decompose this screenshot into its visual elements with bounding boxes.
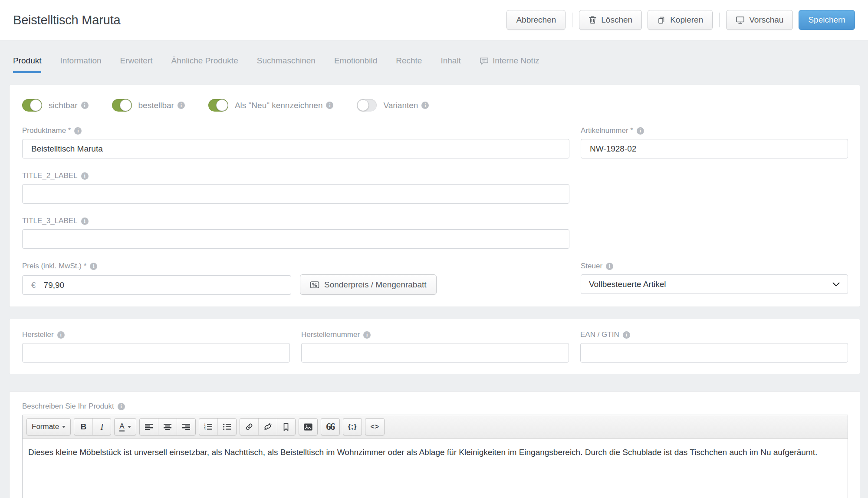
toggle-bestellbar[interactable] bbox=[112, 99, 132, 112]
unlink-icon bbox=[263, 422, 272, 431]
tab-emotionbild[interactable]: Emotionbild bbox=[334, 56, 377, 73]
title3-input[interactable] bbox=[22, 229, 569, 249]
ean-label: EAN / GTIN bbox=[580, 330, 848, 339]
manufacturer-number-input[interactable] bbox=[301, 343, 569, 363]
ean-input[interactable] bbox=[580, 343, 848, 363]
page-title: Beistelltisch Maruta bbox=[13, 13, 120, 27]
price-value-input[interactable] bbox=[44, 280, 282, 290]
italic-button[interactable]: I bbox=[92, 419, 111, 435]
toggle-group-neu: Als "Neu" kennzeichnen bbox=[208, 99, 334, 112]
image-icon bbox=[304, 423, 312, 431]
toggle-knob bbox=[216, 99, 228, 111]
bullet-list-button[interactable] bbox=[217, 419, 236, 435]
info-icon[interactable] bbox=[81, 172, 89, 180]
bold-button[interactable]: B bbox=[74, 419, 92, 435]
article-number-input[interactable] bbox=[581, 139, 848, 158]
toolbar-group-image bbox=[299, 418, 318, 435]
info-icon[interactable] bbox=[57, 331, 65, 339]
divider bbox=[572, 13, 572, 27]
product-card: sichtbar bestellbar Als "Neu" kennzeichn… bbox=[9, 85, 860, 307]
toolbar-group-formats: Formate bbox=[26, 418, 71, 435]
toggle-knob bbox=[120, 99, 132, 111]
toggle-als-neu[interactable] bbox=[208, 99, 228, 112]
info-icon[interactable] bbox=[118, 403, 125, 410]
info-icon[interactable] bbox=[606, 263, 613, 270]
product-name-input[interactable] bbox=[22, 139, 569, 158]
info-icon[interactable] bbox=[326, 102, 333, 109]
align-right-button[interactable] bbox=[177, 419, 195, 435]
toolbar-group-lists: 1 2 3 bbox=[199, 418, 237, 435]
toggle-varianten[interactable] bbox=[357, 99, 377, 112]
text-color-button[interactable]: A bbox=[115, 419, 135, 435]
content-area: sichtbar bestellbar Als "Neu" kennzeichn… bbox=[0, 73, 868, 498]
remove-link-button[interactable] bbox=[258, 419, 277, 435]
tab-information[interactable]: Information bbox=[60, 56, 101, 73]
preview-button[interactable]: Vorschau bbox=[726, 10, 793, 30]
description-card: Beschreiben Sie Ihr Produkt Formate B I bbox=[9, 391, 860, 498]
tab-bar: Produkt Information Erweitert Ähnliche P… bbox=[0, 40, 868, 73]
chevron-down-icon bbox=[832, 282, 840, 287]
preview-button-label: Vorschau bbox=[749, 15, 783, 25]
label-text: Hersteller bbox=[22, 330, 54, 339]
note-bubble-icon bbox=[480, 57, 489, 65]
label-text: Preis (inkl. MwSt.) * bbox=[22, 262, 86, 270]
formats-dropdown[interactable]: Formate bbox=[27, 419, 70, 435]
caret-down-icon bbox=[128, 426, 131, 428]
toolbar-group-quote: 66 bbox=[321, 418, 340, 435]
align-center-button[interactable] bbox=[158, 419, 177, 435]
toggles-row: sichtbar bestellbar Als "Neu" kennzeichn… bbox=[22, 99, 848, 112]
blockquote-button[interactable]: 66 bbox=[321, 419, 339, 435]
info-icon[interactable] bbox=[81, 102, 89, 109]
percent-tag-icon bbox=[310, 281, 319, 289]
info-icon[interactable] bbox=[81, 218, 89, 225]
anchor-button[interactable] bbox=[277, 419, 295, 435]
info-icon[interactable] bbox=[90, 263, 97, 270]
tab-produkt[interactable]: Produkt bbox=[13, 56, 41, 73]
info-icon[interactable] bbox=[178, 102, 185, 109]
delete-button-label: Löschen bbox=[601, 15, 632, 25]
divider bbox=[719, 13, 720, 27]
rich-text-editor: Formate B I A bbox=[22, 415, 848, 498]
text-color-label: A bbox=[119, 422, 124, 432]
manufacturer-input[interactable] bbox=[22, 343, 290, 363]
product-edit-page: Beistelltisch Maruta Abbrechen Löschen K… bbox=[0, 0, 868, 498]
info-icon[interactable] bbox=[637, 127, 644, 135]
special-price-button-label: Sonderpreis / Mengenrabatt bbox=[324, 280, 427, 290]
toggle-sichtbar[interactable] bbox=[22, 99, 42, 112]
tab-erweitert[interactable]: Erweitert bbox=[120, 56, 153, 73]
tab-inhalt[interactable]: Inhalt bbox=[441, 56, 460, 73]
tab-interne-notiz[interactable]: Interne Notiz bbox=[480, 56, 539, 73]
price-input[interactable]: € bbox=[22, 275, 291, 295]
manufacturer-card: Hersteller Herstellernummer EAN / GTIN bbox=[9, 319, 860, 374]
toolbar-group-text-style: B I bbox=[74, 418, 111, 435]
align-left-button[interactable] bbox=[140, 419, 158, 435]
title2-input[interactable] bbox=[22, 184, 569, 204]
source-code-button[interactable]: <> bbox=[365, 419, 384, 435]
tab-rechte[interactable]: Rechte bbox=[396, 56, 422, 73]
copy-button[interactable]: Kopieren bbox=[648, 10, 713, 30]
description-label: Beschreiben Sie Ihr Produkt bbox=[22, 402, 848, 411]
save-button[interactable]: Speichern bbox=[799, 10, 855, 30]
info-icon[interactable] bbox=[421, 102, 429, 109]
insert-link-button[interactable] bbox=[240, 419, 258, 435]
info-icon[interactable] bbox=[623, 331, 630, 339]
info-icon[interactable] bbox=[363, 331, 371, 339]
tax-select[interactable]: Vollbesteuerte Artikel bbox=[581, 274, 848, 294]
link-icon bbox=[245, 422, 253, 431]
delete-button[interactable]: Löschen bbox=[579, 10, 642, 30]
header-actions: Abbrechen Löschen Kopieren Vorsch bbox=[506, 10, 855, 30]
label-text: TITLE_2_LABEL bbox=[22, 171, 78, 180]
cancel-button[interactable]: Abbrechen bbox=[506, 10, 566, 30]
tab-label: Interne Notiz bbox=[493, 56, 539, 66]
info-icon[interactable] bbox=[74, 127, 82, 135]
ordered-list-button[interactable]: 1 2 3 bbox=[199, 419, 217, 435]
code-sample-button[interactable]: {;} bbox=[343, 419, 362, 435]
insert-image-button[interactable] bbox=[299, 419, 317, 435]
toggle-group-bestellbar: bestellbar bbox=[112, 99, 185, 112]
tab-suchmaschinen[interactable]: Suchmaschinen bbox=[257, 56, 316, 73]
description-text-area[interactable]: Dieses kleine Möbelstück ist unversell e… bbox=[23, 439, 848, 466]
tab-aehnliche-produkte[interactable]: Ähnliche Produkte bbox=[171, 56, 238, 73]
currency-symbol: € bbox=[31, 280, 36, 290]
special-price-button[interactable]: Sonderpreis / Mengenrabatt bbox=[300, 274, 437, 295]
label-text: Herstellernummer bbox=[301, 330, 360, 339]
